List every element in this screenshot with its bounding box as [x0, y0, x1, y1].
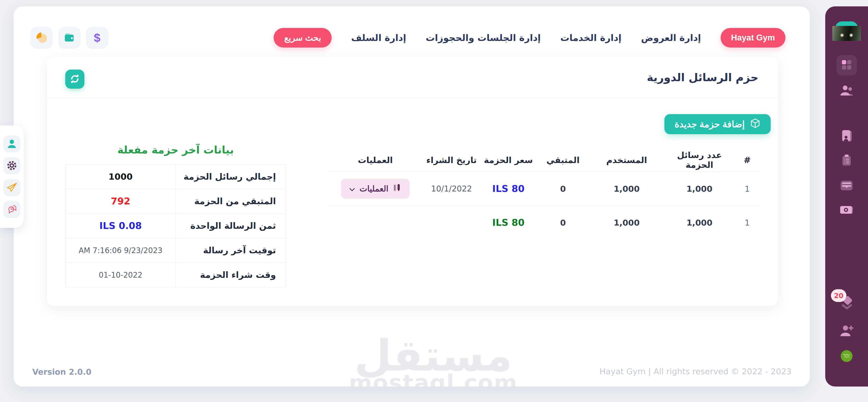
watermark-arabic: مستقل	[349, 336, 518, 376]
last-package-panel: بيانات آخر حزمة مفعلة إجمالي رسائل الحزم…	[65, 144, 286, 287]
send-messages-button[interactable]	[3, 179, 20, 196]
dashboard-grid-icon	[841, 59, 852, 71]
quick-actions-panel	[0, 125, 24, 228]
col-purchase-date: تاريخ الشراء	[423, 155, 480, 165]
refresh-icon	[70, 74, 80, 85]
watermark-domain: mostaql.com	[349, 373, 518, 386]
totals-messages: 1,000	[664, 218, 735, 227]
id-card-icon	[841, 139, 852, 143]
info-label-purchase-time: وقت شراء الحزمة	[176, 262, 286, 287]
info-label-total: إجمالي رسائل الحزمة	[176, 164, 286, 189]
sidebar-item-contacts[interactable]	[841, 129, 852, 143]
topbar: Hayat Gym إدارة العروض إدارة الخدمات إدا…	[31, 26, 785, 49]
table-row: 1 1,000 1,000 0 ILS 80 10/1/2022	[328, 172, 760, 206]
nav-item-sessions-bookings[interactable]: إدارة الجلسات والحجوزات	[426, 32, 541, 43]
packages-stack-icon	[839, 308, 854, 312]
main-nav: Hayat Gym إدارة العروض إدارة الخدمات إدا…	[274, 28, 785, 48]
paper-plane-icon	[6, 182, 17, 193]
table-row: وقت شراء الحزمة 01-10-2022	[65, 262, 286, 287]
panel-header: حزم الرسائل الدورية	[47, 57, 778, 98]
chat-bubbles-icon	[6, 204, 17, 215]
wallet-icon	[63, 31, 76, 44]
cube-icon	[750, 118, 761, 131]
nav-item-offers[interactable]: إدارة العروض	[641, 32, 701, 43]
sidebar-item-packages[interactable]: 20	[839, 295, 854, 312]
wallet-button[interactable]	[58, 27, 80, 49]
inbox-wallet-icon	[840, 188, 853, 192]
info-value-purchase-time: 01-10-2022	[99, 271, 143, 279]
sidebar-item-dashboard[interactable]	[836, 55, 857, 75]
table-header-row: # عدد رسائل الحزمة المستخدم المتبقي سعر …	[328, 149, 760, 172]
topbar-tools: $	[31, 27, 108, 49]
sidebar-item-members[interactable]	[840, 85, 854, 97]
copyright-label: Hayat Gym | All rights reserved © 2022 -…	[599, 367, 792, 376]
refresh-button[interactable]	[65, 69, 84, 89]
main-card: مستقل mostaql.com Hayat Gym إدارة العروض…	[14, 6, 810, 386]
packages-badge: 20	[831, 289, 846, 302]
col-messages: عدد رسائل الحزمة	[664, 150, 735, 170]
members-icon	[840, 93, 854, 97]
sidebar-item-add-member[interactable]	[840, 324, 854, 338]
info-value-remaining: 792	[111, 196, 130, 207]
totals-index: 1	[735, 218, 760, 227]
col-operations: العمليات	[328, 155, 423, 165]
last-package-table: إجمالي رسائل الحزمة 1000 المتبقي من الحز…	[65, 164, 286, 287]
chat-button[interactable]	[3, 201, 20, 218]
row-remaining: 0	[537, 184, 589, 193]
packages-table: # عدد رسائل الحزمة المستخدم المتبقي سعر …	[328, 149, 760, 239]
row-operations-cell: العمليات	[328, 179, 423, 199]
info-label-remaining: المتبقي من الحزمة	[176, 189, 286, 214]
sidebar-item-payments[interactable]	[840, 205, 854, 216]
col-index: #	[735, 155, 760, 165]
user-add-icon	[840, 334, 854, 338]
sidebar-item-wallet[interactable]	[840, 180, 853, 192]
sidebar-item-subscriptions[interactable]	[841, 154, 852, 167]
profile-button[interactable]	[3, 135, 20, 152]
sidebar: 20	[825, 6, 868, 386]
info-value-total: 1000	[108, 172, 133, 182]
row-messages: 1,000	[664, 184, 735, 193]
totals-price: ILS 80	[480, 217, 537, 228]
settings-button[interactable]	[3, 157, 20, 174]
chevron-down-icon	[349, 184, 355, 193]
info-value-msg-price: ILS 0.08	[99, 220, 142, 231]
row-used: 1,000	[589, 184, 664, 193]
info-value-last-msg-time: AM 7:16:06 9/23/2023	[79, 246, 162, 255]
col-price: سعر الحزمة	[480, 155, 537, 165]
gear-icon	[7, 160, 17, 172]
edit-tools-icon	[393, 183, 401, 195]
col-used: المستخدم	[589, 155, 664, 165]
col-remaining: المتبقي	[537, 155, 589, 165]
table-row: توقيت آخر رسالة AM 7:16:06 9/23/2023	[65, 238, 286, 262]
profile-icon	[7, 138, 17, 150]
dollar-icon: $	[94, 31, 100, 44]
info-label-last-msg-time: توقيت آخر رسالة	[176, 238, 286, 262]
cash-icon	[840, 212, 854, 216]
row-purchase-date: 10/1/2022	[423, 184, 480, 193]
pie-chart-button[interactable]	[31, 27, 53, 49]
operations-label: العمليات	[360, 184, 389, 193]
row-price: ILS 80	[480, 183, 537, 194]
nav-item-services[interactable]: إدارة الخدمات	[560, 32, 621, 43]
brand-button[interactable]: Hayat Gym	[721, 28, 785, 48]
totals-remaining: 0	[537, 218, 589, 227]
nav-item-loans[interactable]: إدارة السلف	[351, 32, 406, 43]
clipboard-list-icon	[841, 163, 852, 167]
add-package-label: إضافة حزمة جديدة	[675, 119, 745, 129]
table-row: المتبقي من الحزمة 792	[65, 189, 286, 214]
operations-dropdown-button[interactable]: العمليات	[341, 179, 410, 199]
packages-panel: حزم الرسائل الدورية	[47, 57, 778, 306]
version-label: Version 2.0.0	[32, 367, 91, 376]
add-package-button[interactable]: إضافة حزمة جديدة	[664, 114, 771, 134]
avatar[interactable]	[832, 26, 861, 41]
table-row: إجمالي رسائل الحزمة 1000	[65, 164, 286, 189]
info-label-msg-price: ثمن الرسالة الواحدة	[176, 214, 286, 238]
dollar-button[interactable]: $	[86, 27, 108, 49]
totals-used: 1,000	[589, 218, 664, 227]
table-totals-row: 1 1,000 1,000 0 ILS 80	[328, 206, 760, 239]
watermark: مستقل mostaql.com	[349, 336, 518, 386]
pie-chart-icon	[35, 31, 48, 44]
quick-search-button[interactable]: بحث سريع	[274, 28, 332, 48]
panel-body: إضافة حزمة جديدة # عدد رسائل الحزمة المس…	[47, 98, 778, 306]
language-saudi-flag-icon[interactable]	[841, 350, 852, 362]
